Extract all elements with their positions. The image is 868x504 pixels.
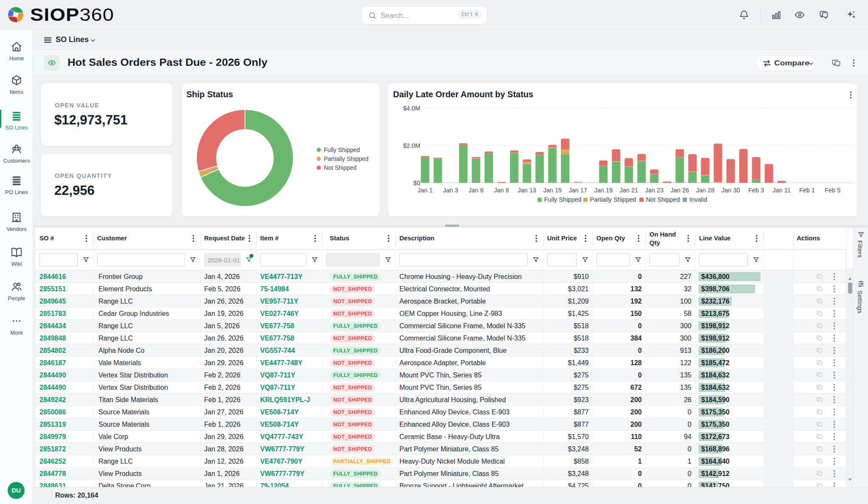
svg-text:$0: $0 (413, 180, 420, 186)
svg-text:Feb 1: Feb 1 (799, 187, 815, 194)
svg-text:Jan 3: Jan 3 (443, 187, 458, 194)
svg-text:Jan 28: Jan 28 (696, 187, 715, 194)
svg-text:Jan 19: Jan 19 (594, 187, 613, 194)
svg-text:Jan 17: Jan 17 (569, 187, 587, 194)
svg-text:Jan 26: Jan 26 (671, 187, 689, 194)
svg-text:Fully Shipped: Fully Shipped (544, 196, 581, 203)
svg-text:Invalid: Invalid (689, 196, 707, 203)
svg-text:$2.0M: $2.0M (403, 142, 420, 149)
svg-text:$4.0M: $4.0M (403, 105, 420, 112)
svg-text:Partially Shipped: Partially Shipped (590, 196, 636, 203)
svg-text:Feb 5: Feb 5 (825, 187, 840, 194)
svg-text:Jan 21: Jan 21 (620, 187, 638, 194)
svg-text:Jan 15: Jan 15 (543, 187, 562, 194)
svg-text:Feb 3: Feb 3 (748, 187, 764, 194)
svg-text:Jan 11: Jan 11 (772, 187, 790, 194)
svg-text:Jan 6: Jan 6 (469, 187, 483, 194)
svg-text:Jan 8: Jan 8 (494, 187, 509, 194)
svg-text:Jan 13: Jan 13 (518, 187, 537, 194)
svg-text:Jan 23: Jan 23 (645, 187, 664, 194)
svg-text:Not Shipped: Not Shipped (646, 196, 680, 203)
svg-text:Jan 1: Jan 1 (418, 187, 433, 194)
svg-text:Jan 30: Jan 30 (722, 187, 740, 194)
